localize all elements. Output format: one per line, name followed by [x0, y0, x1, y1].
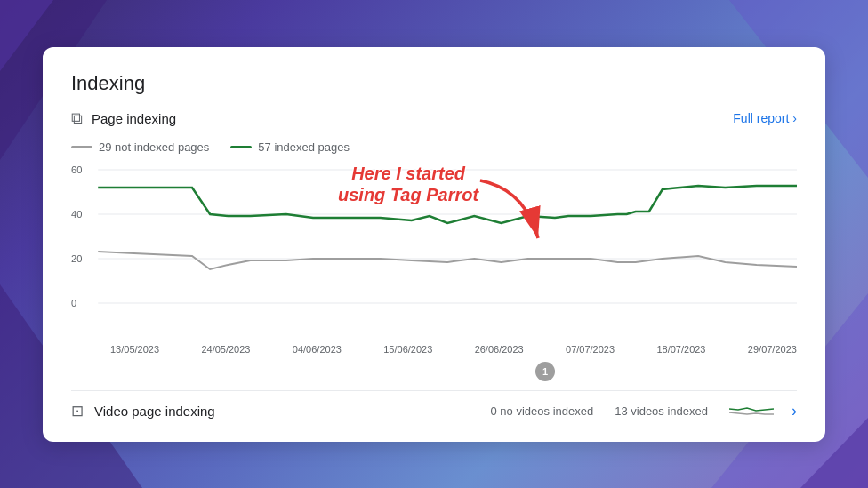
- svg-text:40: 40: [71, 209, 82, 220]
- x-label-1: 24/05/2023: [201, 344, 250, 355]
- chart-container: Here I started using Tag Parrot 60 40 20…: [71, 163, 797, 340]
- page-marker-circle: 1: [535, 362, 555, 381]
- video-indexing-row: ⊡ Video page indexing 0 no videos indexe…: [71, 391, 797, 420]
- chart-area: 60 40 20 0: [71, 163, 797, 340]
- page-indexing-left: ⧉ Page indexing: [71, 109, 176, 128]
- x-label-4: 26/06/2023: [475, 344, 524, 355]
- x-label-6: 18/07/2023: [656, 344, 705, 355]
- legend-not-indexed-text: 29 not indexed pages: [99, 140, 209, 154]
- legend-indexed-text: 57 indexed pages: [258, 140, 350, 154]
- video-indexing-icon: ⊡: [71, 402, 84, 420]
- gray-line: [98, 252, 797, 269]
- card-title: Indexing: [71, 72, 797, 95]
- video-stat-1: 13 videos indexed: [615, 404, 708, 418]
- x-label-2: 04/06/2023: [293, 344, 342, 355]
- svg-text:20: 20: [71, 253, 82, 264]
- svg-text:60: 60: [71, 164, 82, 175]
- legend-gray-line: [71, 146, 92, 148]
- page-indexing-icon: ⧉: [71, 109, 83, 128]
- x-label-0: 13/05/2023: [110, 344, 159, 355]
- x-axis-labels: 13/05/2023 24/05/2023 04/06/2023 15/06/2…: [71, 340, 797, 355]
- page-indexing-row: ⧉ Page indexing Full report ›: [71, 109, 797, 128]
- video-indexing-label: Video page indexing: [94, 404, 480, 419]
- full-report-text: Full report: [733, 111, 789, 125]
- video-stats: 0 no videos indexed 13 videos indexed: [491, 402, 774, 420]
- page-marker-row: 1: [71, 362, 797, 381]
- video-stat-0: 0 no videos indexed: [491, 404, 594, 418]
- x-label-5: 07/07/2023: [566, 344, 615, 355]
- legend-row: 29 not indexed pages 57 indexed pages: [71, 140, 797, 154]
- svg-text:0: 0: [71, 298, 76, 308]
- video-chevron-icon[interactable]: ›: [792, 402, 797, 420]
- legend-indexed: 57 indexed pages: [230, 140, 350, 154]
- legend-not-indexed: 29 not indexed pages: [71, 140, 209, 154]
- page-indexing-label: Page indexing: [92, 111, 176, 126]
- chart-svg: 60 40 20 0: [71, 163, 797, 340]
- legend-green-line: [230, 146, 252, 148]
- green-line: [98, 186, 797, 223]
- main-card: Indexing ⧉ Page indexing Full report › 2…: [43, 47, 825, 442]
- video-line-preview: [729, 402, 774, 420]
- x-label-7: 29/07/2023: [748, 344, 797, 355]
- x-label-3: 15/06/2023: [383, 344, 432, 355]
- full-report-link[interactable]: Full report ›: [733, 111, 797, 125]
- full-report-chevron: ›: [792, 111, 797, 125]
